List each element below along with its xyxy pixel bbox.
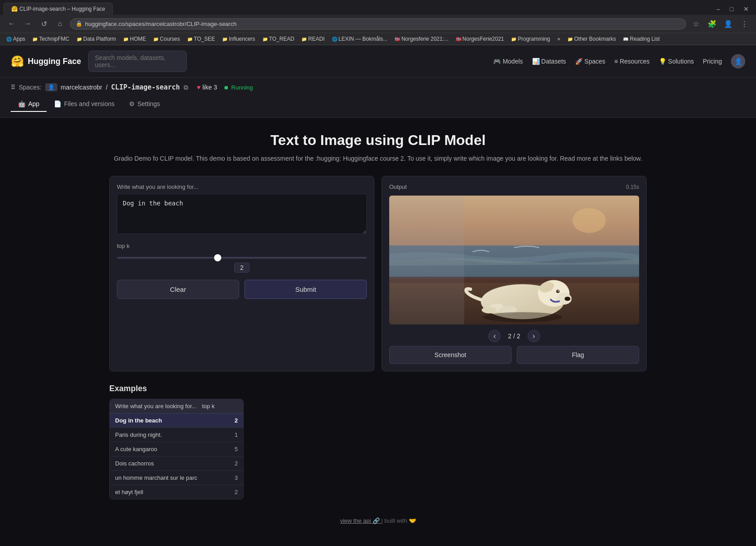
bookmark-norgesferie1[interactable]: 🇳🇴 Norgesferie 2021:... bbox=[392, 35, 451, 43]
bookmark-reading-list[interactable]: 📖 Reading List bbox=[620, 35, 662, 43]
demo-layout: Write what you are looking for... Dog in… bbox=[109, 176, 647, 371]
input-panel: Write what you are looking for... Dog in… bbox=[109, 176, 374, 371]
tab-settings[interactable]: ⚙ Settings bbox=[122, 97, 168, 112]
tab-files-versions[interactable]: 📄 Files and versions bbox=[47, 97, 122, 112]
col-query-header: Write what you are looking for... bbox=[115, 403, 202, 410]
space-username[interactable]: marcelcastrobr bbox=[61, 84, 103, 91]
nav-datasets[interactable]: 📊 Datasets bbox=[532, 58, 566, 65]
example-row-3[interactable]: Dois cachorros 2 bbox=[110, 456, 243, 471]
bookmark-courses[interactable]: 📁 Courses bbox=[150, 35, 183, 43]
bookmark-home[interactable]: 📁 HOME bbox=[120, 35, 149, 43]
bookmark-norgesferie2[interactable]: 🇳🇴 NorgesFerie2021 bbox=[453, 35, 507, 43]
browser-close[interactable]: ✕ bbox=[740, 4, 752, 14]
settings-tab-icon: ⚙ bbox=[129, 100, 135, 107]
bookmark-to-see[interactable]: 📁 TO_SEE bbox=[185, 35, 218, 43]
user-icon: 👤 bbox=[45, 83, 57, 91]
example-row-2[interactable]: A cute kangaroo 5 bbox=[110, 442, 243, 456]
extensions-button[interactable]: 🧩 bbox=[706, 17, 718, 30]
bookmark-lexin[interactable]: 🌐 LEXIN — Bokmåls... bbox=[329, 35, 390, 43]
active-tab[interactable]: 🤗 CLIP-image-search – Hugging Face bbox=[4, 3, 113, 15]
copy-icon[interactable]: ⧉ bbox=[184, 84, 188, 91]
profile-button[interactable]: 👤 bbox=[722, 17, 735, 30]
examples-section: Examples Write what you are looking for.… bbox=[109, 384, 647, 499]
example-topk-1: 1 bbox=[202, 431, 238, 438]
hf-search-bar[interactable]: Search models, datasets, users... bbox=[88, 51, 187, 72]
page-description: Gradio Demo fo CLIP model. This demo is … bbox=[109, 154, 647, 163]
bookmark-technipfmc[interactable]: 📁 TechnipFMC bbox=[30, 35, 72, 43]
screenshot-button[interactable]: Screenshot bbox=[389, 346, 511, 364]
nav-home-button[interactable]: ⌂ bbox=[54, 17, 66, 30]
bookmark-data-platform[interactable]: 📁 Data Platform bbox=[74, 35, 119, 43]
browser-chrome: 🤗 CLIP-image-search – Hugging Face – □ ✕… bbox=[0, 0, 756, 45]
svg-point-10 bbox=[558, 290, 559, 292]
bookmark-programming[interactable]: 📁 Programming bbox=[508, 35, 553, 43]
bookmark-other[interactable]: 📁 Other Bookmarks bbox=[565, 35, 619, 43]
nav-back-button[interactable]: ← bbox=[5, 17, 18, 30]
examples-table-header: Write what you are looking for... top k bbox=[110, 399, 243, 414]
app-tab-icon: 🤖 bbox=[18, 100, 26, 107]
bookmark-star-button[interactable]: ☆ bbox=[690, 17, 702, 30]
user-avatar[interactable]: 👤 bbox=[731, 54, 745, 68]
example-query-4: un homme marchant sur le parc bbox=[115, 474, 202, 481]
nav-resources[interactable]: ≡ Resources bbox=[614, 58, 650, 65]
nav-solutions-label: Solutions bbox=[668, 58, 694, 65]
page-title: Text to Image using CLIP Model bbox=[109, 132, 647, 149]
tab-app[interactable]: 🤖 App bbox=[11, 97, 47, 112]
example-query-5: et høyt fjell bbox=[115, 489, 202, 495]
breadcrumb-label: Spaces: bbox=[19, 84, 42, 91]
input-label: Write what you are looking for... bbox=[117, 183, 367, 190]
example-query-3: Dois cachorros bbox=[115, 460, 202, 467]
space-name[interactable]: CLIP-image-search bbox=[111, 83, 180, 91]
bookmark-apps[interactable]: 🌐 Apps bbox=[4, 35, 28, 43]
browser-minimize[interactable]: – bbox=[713, 4, 724, 14]
like-button[interactable]: ♥ like 3 bbox=[197, 84, 217, 91]
bookmark-overflow[interactable]: » bbox=[554, 35, 563, 43]
example-topk-3: 2 bbox=[202, 460, 238, 467]
space-header: ⠿ Spaces: 👤 marcelcastrobr / CLIP-image-… bbox=[0, 78, 756, 118]
pagination: ‹ 2 / 2 › bbox=[389, 330, 639, 342]
bookmark-influencers[interactable]: 📁 Influencers bbox=[219, 35, 258, 43]
spaces-icon: 🚀 bbox=[575, 58, 583, 65]
example-query-2: A cute kangaroo bbox=[115, 446, 202, 452]
hf-logo[interactable]: 🤗 Hugging Face bbox=[11, 55, 81, 68]
submit-button[interactable]: Submit bbox=[245, 280, 367, 299]
bookmark-readi[interactable]: 📁 READI bbox=[299, 35, 327, 43]
search-text-input[interactable]: Dog in the beach bbox=[117, 194, 367, 234]
example-row-4[interactable]: un homme marchant sur le parc 3 bbox=[110, 471, 243, 485]
bookmark-to-read[interactable]: 📁 TO_READ bbox=[260, 35, 297, 43]
example-topk-0: 2 bbox=[202, 417, 238, 424]
output-image bbox=[389, 196, 639, 324]
flag-button[interactable]: Flag bbox=[517, 346, 639, 364]
nav-forward-button[interactable]: → bbox=[21, 17, 34, 30]
output-time: 0.15s bbox=[626, 184, 639, 190]
nav-solutions[interactable]: 💡 Solutions bbox=[659, 58, 694, 65]
search-placeholder: Search models, datasets, users... bbox=[95, 54, 166, 68]
address-bar[interactable]: 🔒 huggingface.co/spaces/marcelcastrobr/C… bbox=[70, 18, 686, 30]
footer-built-with: | built with 🤝 bbox=[381, 517, 416, 524]
menu-button[interactable]: ⋮ bbox=[738, 17, 751, 30]
example-row-5[interactable]: et høyt fjell 2 bbox=[110, 485, 243, 499]
tab-app-label: App bbox=[28, 100, 39, 107]
top-k-slider[interactable] bbox=[117, 257, 367, 259]
browser-maximize[interactable]: □ bbox=[726, 4, 737, 14]
tab-settings-label: Settings bbox=[137, 100, 160, 107]
output-label: Output bbox=[389, 183, 407, 190]
nav-models[interactable]: 🎮 Models bbox=[493, 58, 523, 65]
tab-files-label: Files and versions bbox=[64, 100, 115, 107]
examples-title: Examples bbox=[109, 384, 647, 393]
nav-pricing[interactable]: Pricing bbox=[703, 58, 722, 65]
footer: view the api 🔗 | built with 🤝 bbox=[109, 508, 647, 533]
nav-spaces[interactable]: 🚀 Spaces bbox=[575, 58, 606, 65]
examples-table: Write what you are looking for... top k … bbox=[109, 399, 244, 499]
like-count: 3 bbox=[214, 84, 217, 91]
svg-point-1 bbox=[572, 208, 606, 233]
col-topk-header: top k bbox=[202, 403, 238, 410]
pagination-prev-button[interactable]: ‹ bbox=[488, 330, 501, 342]
slider-value-display: 2 bbox=[117, 263, 367, 273]
example-row-0[interactable]: Dog in the beach 2 bbox=[110, 414, 243, 428]
clear-button[interactable]: Clear bbox=[117, 280, 239, 299]
footer-api-link[interactable]: view the api 🔗 bbox=[340, 517, 381, 524]
example-row-1[interactable]: Paris during night. 1 bbox=[110, 428, 243, 442]
pagination-next-button[interactable]: › bbox=[528, 330, 540, 342]
nav-reload-button[interactable]: ↺ bbox=[38, 17, 50, 30]
